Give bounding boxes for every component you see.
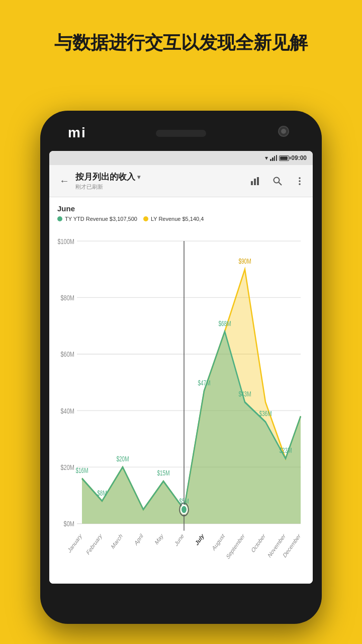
status-bar: ▾ 09:00 xyxy=(49,151,313,165)
battery-icon xyxy=(279,155,289,161)
svg-text:May: May xyxy=(154,532,164,546)
svg-rect-0 xyxy=(251,181,253,185)
chart-area: June TY YTD Revenue $3,107,500 LY Revenu… xyxy=(49,197,313,584)
svg-text:$90M: $90M xyxy=(239,257,251,265)
svg-point-7 xyxy=(299,183,301,185)
legend-item-ty: TY YTD Revenue $3,107,500 xyxy=(57,216,137,222)
back-button[interactable]: ← xyxy=(55,172,73,190)
svg-text:$80M: $80M xyxy=(61,293,74,302)
svg-text:$5M: $5M xyxy=(179,498,189,506)
dropdown-arrow-icon[interactable]: ▾ xyxy=(137,174,140,181)
line-chart[interactable]: $100M $80M $60M $40M $20M $0M xyxy=(49,227,313,566)
speaker-grill xyxy=(156,130,206,137)
svg-text:$23M: $23M xyxy=(280,447,292,455)
svg-line-4 xyxy=(279,182,282,185)
mi-logo: mi xyxy=(68,125,86,141)
svg-text:$68M: $68M xyxy=(219,319,231,328)
svg-point-3 xyxy=(274,177,280,183)
svg-text:$15M: $15M xyxy=(157,469,170,477)
svg-text:January: January xyxy=(67,532,82,554)
app-bar-title: 按月列出的收入 ▾ xyxy=(75,171,248,183)
svg-text:$0M: $0M xyxy=(64,520,74,528)
svg-text:July: July xyxy=(195,532,205,546)
svg-text:$20M: $20M xyxy=(117,455,129,463)
phone-screen: ▾ 09:00 ← 按月列出的收入 xyxy=(49,151,313,584)
svg-text:$43M: $43M xyxy=(239,390,251,398)
svg-rect-1 xyxy=(254,179,256,185)
svg-text:$8M: $8M xyxy=(97,489,107,497)
headline: 与数据进行交互以发现全新见解 xyxy=(0,0,362,70)
phone-shell: mi ▾ 09:00 xyxy=(40,111,322,624)
svg-text:March: March xyxy=(111,532,124,550)
svg-text:$16M: $16M xyxy=(76,466,88,474)
app-bar-title-area: 按月列出的收入 ▾ 刚才已刷新 xyxy=(75,171,248,191)
legend-label-ly: LY Revenue $5,140,4 xyxy=(151,216,204,222)
status-icons: ▾ 09:00 xyxy=(265,154,307,162)
svg-point-5 xyxy=(299,177,301,179)
svg-text:$47M: $47M xyxy=(198,379,211,387)
svg-rect-2 xyxy=(257,177,259,185)
wifi-icon: ▾ xyxy=(265,154,268,162)
svg-text:February: February xyxy=(85,532,103,556)
legend-label-ty: TY YTD Revenue $3,107,500 xyxy=(65,216,137,222)
svg-text:$60M: $60M xyxy=(61,350,74,359)
svg-text:August: August xyxy=(211,532,225,552)
more-options-icon[interactable] xyxy=(293,174,307,188)
svg-text:$40M: $40M xyxy=(61,407,74,415)
svg-point-6 xyxy=(299,180,301,182)
svg-text:$20M: $20M xyxy=(61,463,74,471)
status-time: 09:00 xyxy=(291,154,307,162)
selected-month-label: June xyxy=(49,204,313,213)
signal-icon xyxy=(270,155,277,161)
search-icon[interactable] xyxy=(270,174,285,188)
chart-view-icon[interactable] xyxy=(248,174,262,188)
legend-dot-ty xyxy=(57,216,62,221)
chart-svg: $100M $80M $60M $40M $20M $0M xyxy=(49,227,313,566)
svg-text:June: June xyxy=(174,532,185,547)
app-bar: ← 按月列出的收入 ▾ 刚才已刷新 xyxy=(49,165,313,197)
ty-selected-dot xyxy=(181,505,187,514)
phone-mockup: mi ▾ 09:00 xyxy=(40,111,322,624)
app-bar-subtitle: 刚才已刷新 xyxy=(75,183,248,191)
svg-text:$100M: $100M xyxy=(57,237,74,246)
svg-text:October: October xyxy=(250,532,266,554)
app-bar-actions xyxy=(248,174,307,188)
chart-legend: TY YTD Revenue $3,107,500 LY Revenue $5,… xyxy=(49,216,313,222)
svg-text:$36M: $36M xyxy=(259,410,272,418)
svg-text:September: September xyxy=(225,532,245,560)
legend-item-ly: LY Revenue $5,140,4 xyxy=(143,216,204,222)
legend-dot-ly xyxy=(143,216,148,221)
svg-text:April: April xyxy=(134,532,144,547)
camera xyxy=(278,126,289,137)
